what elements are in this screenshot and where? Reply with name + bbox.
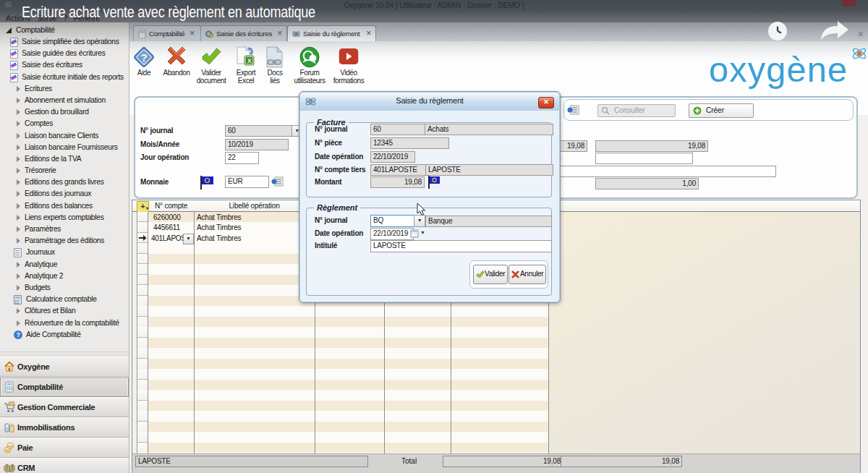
svg-text:X: X (247, 57, 252, 64)
svg-text:?: ? (141, 51, 148, 64)
